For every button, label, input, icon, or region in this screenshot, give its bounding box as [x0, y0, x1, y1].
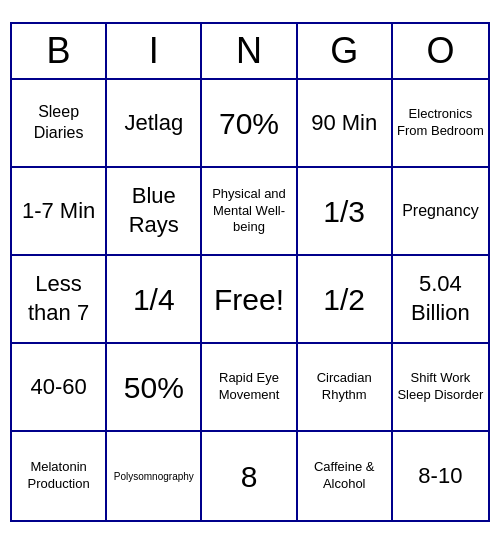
header-letter: B — [12, 24, 107, 78]
bingo-cell: 8 — [202, 432, 297, 520]
bingo-cell: 1/4 — [107, 256, 202, 344]
bingo-cell: Physical and Mental Well-being — [202, 168, 297, 256]
bingo-cell: Rapid Eye Movement — [202, 344, 297, 432]
bingo-cell: 1/2 — [298, 256, 393, 344]
bingo-cell: Blue Rays — [107, 168, 202, 256]
bingo-cell: Circadian Rhythm — [298, 344, 393, 432]
bingo-cell: Pregnancy — [393, 168, 488, 256]
header-letter: N — [202, 24, 297, 78]
bingo-cell: Free! — [202, 256, 297, 344]
bingo-cell: 1/3 — [298, 168, 393, 256]
bingo-cell: Shift Work Sleep Disorder — [393, 344, 488, 432]
bingo-cell: Less than 7 — [12, 256, 107, 344]
bingo-cell: Polysomnography — [107, 432, 202, 520]
bingo-cell: Electronics From Bedroom — [393, 80, 488, 168]
bingo-card: BINGO Sleep DiariesJetlag70%90 MinElectr… — [10, 22, 490, 522]
bingo-cell: Caffeine & Alcohol — [298, 432, 393, 520]
bingo-cell: Melatonin Production — [12, 432, 107, 520]
header-letter: G — [298, 24, 393, 78]
header-letter: O — [393, 24, 488, 78]
bingo-cell: 50% — [107, 344, 202, 432]
bingo-cell: Jetlag — [107, 80, 202, 168]
bingo-cell: 40-60 — [12, 344, 107, 432]
bingo-cell: Sleep Diaries — [12, 80, 107, 168]
header-letter: I — [107, 24, 202, 78]
bingo-cell: 90 Min — [298, 80, 393, 168]
bingo-cell: 8-10 — [393, 432, 488, 520]
bingo-header: BINGO — [12, 24, 488, 80]
bingo-grid: Sleep DiariesJetlag70%90 MinElectronics … — [12, 80, 488, 520]
bingo-cell: 70% — [202, 80, 297, 168]
bingo-cell: 5.04 Billion — [393, 256, 488, 344]
bingo-cell: 1-7 Min — [12, 168, 107, 256]
